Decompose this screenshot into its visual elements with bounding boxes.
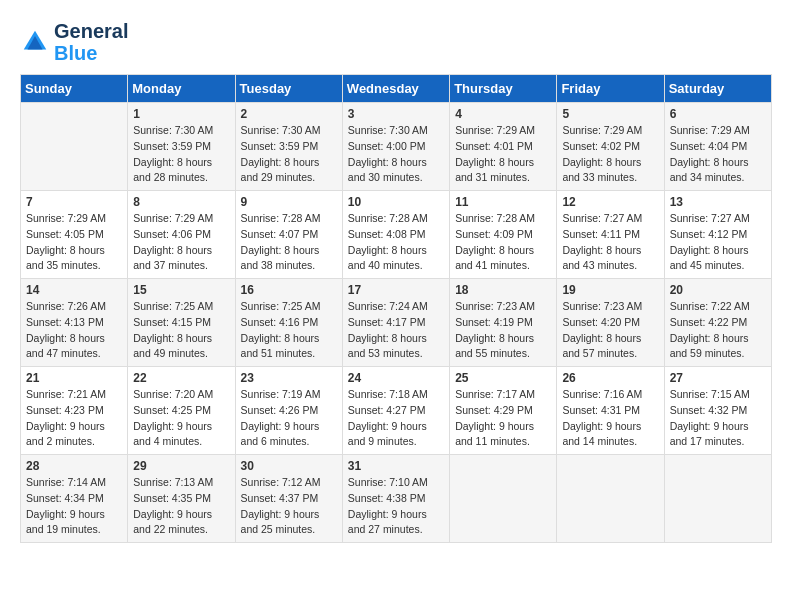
day-info: Sunrise: 7:16 AMSunset: 4:31 PMDaylight:…: [562, 387, 658, 450]
day-info: Sunrise: 7:25 AMSunset: 4:16 PMDaylight:…: [241, 299, 337, 362]
calendar-cell: 25Sunrise: 7:17 AMSunset: 4:29 PMDayligh…: [450, 367, 557, 455]
day-info-line: Sunrise: 7:30 AM: [348, 123, 444, 139]
calendar-week-2: 7Sunrise: 7:29 AMSunset: 4:05 PMDaylight…: [21, 191, 772, 279]
day-number: 29: [133, 459, 229, 473]
day-info-line: and 14 minutes.: [562, 434, 658, 450]
day-number: 14: [26, 283, 122, 297]
day-info-line: Sunset: 4:38 PM: [348, 491, 444, 507]
day-number: 16: [241, 283, 337, 297]
day-number: 30: [241, 459, 337, 473]
day-info-line: and 28 minutes.: [133, 170, 229, 186]
calendar-cell: 16Sunrise: 7:25 AMSunset: 4:16 PMDayligh…: [235, 279, 342, 367]
day-info-line: Sunset: 4:20 PM: [562, 315, 658, 331]
day-info-line: Daylight: 9 hours: [133, 507, 229, 523]
day-number: 7: [26, 195, 122, 209]
day-info-line: Sunset: 4:27 PM: [348, 403, 444, 419]
day-info: Sunrise: 7:19 AMSunset: 4:26 PMDaylight:…: [241, 387, 337, 450]
day-info-line: Daylight: 8 hours: [562, 243, 658, 259]
day-info-line: and 34 minutes.: [670, 170, 766, 186]
day-info-line: Sunrise: 7:27 AM: [670, 211, 766, 227]
day-info-line: Daylight: 8 hours: [133, 155, 229, 171]
day-info-line: Sunset: 4:23 PM: [26, 403, 122, 419]
day-info-line: and 4 minutes.: [133, 434, 229, 450]
day-info-line: and 43 minutes.: [562, 258, 658, 274]
day-info-line: and 17 minutes.: [670, 434, 766, 450]
day-info-line: Daylight: 8 hours: [241, 331, 337, 347]
calendar-cell: [664, 455, 771, 543]
day-info-line: Sunrise: 7:28 AM: [455, 211, 551, 227]
day-number: 23: [241, 371, 337, 385]
day-info-line: Sunrise: 7:10 AM: [348, 475, 444, 491]
calendar-week-4: 21Sunrise: 7:21 AMSunset: 4:23 PMDayligh…: [21, 367, 772, 455]
day-info-line: Sunrise: 7:30 AM: [241, 123, 337, 139]
column-header-monday: Monday: [128, 75, 235, 103]
day-info-line: Daylight: 8 hours: [348, 331, 444, 347]
calendar-cell: 12Sunrise: 7:27 AMSunset: 4:11 PMDayligh…: [557, 191, 664, 279]
calendar-cell: 20Sunrise: 7:22 AMSunset: 4:22 PMDayligh…: [664, 279, 771, 367]
calendar-cell: 15Sunrise: 7:25 AMSunset: 4:15 PMDayligh…: [128, 279, 235, 367]
day-number: 1: [133, 107, 229, 121]
day-info-line: and 30 minutes.: [348, 170, 444, 186]
day-info-line: Daylight: 8 hours: [348, 243, 444, 259]
day-info-line: and 25 minutes.: [241, 522, 337, 538]
calendar-cell: 24Sunrise: 7:18 AMSunset: 4:27 PMDayligh…: [342, 367, 449, 455]
day-info: Sunrise: 7:29 AMSunset: 4:06 PMDaylight:…: [133, 211, 229, 274]
day-info-line: and 35 minutes.: [26, 258, 122, 274]
day-info-line: Daylight: 8 hours: [26, 243, 122, 259]
day-info-line: Daylight: 8 hours: [670, 331, 766, 347]
column-header-saturday: Saturday: [664, 75, 771, 103]
day-number: 25: [455, 371, 551, 385]
day-info-line: and 59 minutes.: [670, 346, 766, 362]
column-header-wednesday: Wednesday: [342, 75, 449, 103]
day-info-line: Sunrise: 7:25 AM: [241, 299, 337, 315]
column-header-friday: Friday: [557, 75, 664, 103]
day-info-line: and 29 minutes.: [241, 170, 337, 186]
day-number: 4: [455, 107, 551, 121]
calendar-cell: 21Sunrise: 7:21 AMSunset: 4:23 PMDayligh…: [21, 367, 128, 455]
day-number: 10: [348, 195, 444, 209]
calendar-cell: 22Sunrise: 7:20 AMSunset: 4:25 PMDayligh…: [128, 367, 235, 455]
calendar-table: SundayMondayTuesdayWednesdayThursdayFrid…: [20, 74, 772, 543]
day-number: 20: [670, 283, 766, 297]
day-info-line: Sunset: 4:32 PM: [670, 403, 766, 419]
day-info-line: Sunset: 4:06 PM: [133, 227, 229, 243]
day-info: Sunrise: 7:28 AMSunset: 4:08 PMDaylight:…: [348, 211, 444, 274]
day-info-line: Sunrise: 7:28 AM: [241, 211, 337, 227]
day-info-line: Sunset: 4:01 PM: [455, 139, 551, 155]
day-info: Sunrise: 7:29 AMSunset: 4:04 PMDaylight:…: [670, 123, 766, 186]
day-info: Sunrise: 7:28 AMSunset: 4:07 PMDaylight:…: [241, 211, 337, 274]
day-info-line: Daylight: 9 hours: [241, 419, 337, 435]
day-info-line: Sunrise: 7:21 AM: [26, 387, 122, 403]
day-info-line: Sunrise: 7:20 AM: [133, 387, 229, 403]
day-info-line: Sunrise: 7:29 AM: [26, 211, 122, 227]
day-number: 3: [348, 107, 444, 121]
day-info-line: and 40 minutes.: [348, 258, 444, 274]
calendar-header-row: SundayMondayTuesdayWednesdayThursdayFrid…: [21, 75, 772, 103]
day-info-line: Sunrise: 7:28 AM: [348, 211, 444, 227]
day-info-line: and 27 minutes.: [348, 522, 444, 538]
day-info-line: Sunset: 4:22 PM: [670, 315, 766, 331]
day-number: 24: [348, 371, 444, 385]
day-info: Sunrise: 7:18 AMSunset: 4:27 PMDaylight:…: [348, 387, 444, 450]
day-info-line: Sunset: 4:07 PM: [241, 227, 337, 243]
day-info: Sunrise: 7:22 AMSunset: 4:22 PMDaylight:…: [670, 299, 766, 362]
day-info-line: and 2 minutes.: [26, 434, 122, 450]
day-number: 15: [133, 283, 229, 297]
day-number: 22: [133, 371, 229, 385]
day-info: Sunrise: 7:10 AMSunset: 4:38 PMDaylight:…: [348, 475, 444, 538]
day-info-line: and 57 minutes.: [562, 346, 658, 362]
column-header-tuesday: Tuesday: [235, 75, 342, 103]
calendar-cell: 29Sunrise: 7:13 AMSunset: 4:35 PMDayligh…: [128, 455, 235, 543]
day-info: Sunrise: 7:29 AMSunset: 4:05 PMDaylight:…: [26, 211, 122, 274]
calendar-cell: 3Sunrise: 7:30 AMSunset: 4:00 PMDaylight…: [342, 103, 449, 191]
day-info: Sunrise: 7:30 AMSunset: 3:59 PMDaylight:…: [133, 123, 229, 186]
calendar-cell: 2Sunrise: 7:30 AMSunset: 3:59 PMDaylight…: [235, 103, 342, 191]
day-info: Sunrise: 7:27 AMSunset: 4:11 PMDaylight:…: [562, 211, 658, 274]
day-info: Sunrise: 7:30 AMSunset: 3:59 PMDaylight:…: [241, 123, 337, 186]
day-info-line: Sunrise: 7:30 AM: [133, 123, 229, 139]
day-info-line: Sunset: 4:05 PM: [26, 227, 122, 243]
day-number: 11: [455, 195, 551, 209]
calendar-cell: 1Sunrise: 7:30 AMSunset: 3:59 PMDaylight…: [128, 103, 235, 191]
calendar-cell: 17Sunrise: 7:24 AMSunset: 4:17 PMDayligh…: [342, 279, 449, 367]
calendar-cell: [21, 103, 128, 191]
